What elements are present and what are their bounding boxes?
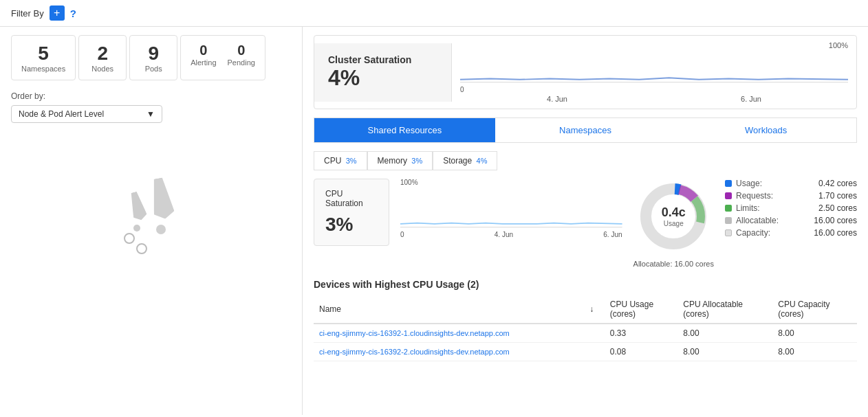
sub-tab-cpu[interactable]: CPU 3% xyxy=(314,151,367,170)
cluster-saturation-chart: 100% 0 4. Jun 6. Jun xyxy=(452,36,856,109)
device-name-2[interactable]: ci-eng-sjimmy-cis-16392-2.cloudinsights-… xyxy=(314,343,584,361)
table-body: ci-eng-sjimmy-cis-16392-1.cloudinsights-… xyxy=(314,324,857,361)
cpu-tab-label: CPU xyxy=(324,156,341,166)
th-name: Name xyxy=(314,295,584,324)
td-cpu-usage-2: 0.08 xyxy=(605,343,678,361)
donut-section: 0.4c Usage Allocatable: 16.00 cores xyxy=(633,179,714,268)
cluster-saturation-label: Cluster Saturation xyxy=(328,54,437,65)
nodes-count: 2 xyxy=(89,43,116,65)
legend-val-allocatable: 16.00 cores xyxy=(802,216,857,225)
th-sort[interactable]: ↓ xyxy=(584,295,605,324)
legend-val-usage: 0.42 cores xyxy=(802,179,857,188)
cpu-chart-dates: 0 4. Jun 6. Jun xyxy=(400,231,622,238)
exclamation-large xyxy=(148,177,175,221)
cpu-chart-area: 100% 0 4. Jun 6. Jun xyxy=(400,179,622,238)
tab-namespaces[interactable]: Namespaces xyxy=(495,118,676,142)
legend-row-requests: Requests: 1.70 cores xyxy=(725,191,857,201)
td-empty-1 xyxy=(584,324,605,343)
table-header-row: Name ↓ CPU Usage(cores) CPU Allocatable(… xyxy=(314,295,857,324)
stat-card-pods: 9 Pods xyxy=(129,35,177,80)
cluster-sat-line-chart xyxy=(460,49,848,84)
sub-tab-bar: CPU 3% Memory 3% Storage 4% xyxy=(314,151,857,170)
td-cpu-cap-2: 8.00 xyxy=(772,343,857,361)
legend-dot-capacity xyxy=(725,229,732,236)
cpu-section: CPUSaturation 3% 100% 0 4. Jun 6. Jun xyxy=(314,179,857,268)
stat-cards: 5 Namespaces 2 Nodes 9 Pods 0 Alerting 0 xyxy=(11,35,291,80)
chart-dates: 4. Jun 6. Jun xyxy=(460,95,848,103)
allocatable-text: Allocatable: 16.00 cores xyxy=(633,260,714,268)
top-bar: Filter By + ? xyxy=(0,0,868,27)
td-empty-2 xyxy=(584,343,605,361)
cpu-saturation-box: CPUSaturation 3% xyxy=(314,179,389,246)
nodes-label: Nodes xyxy=(89,65,116,73)
devices-title: Devices with Highest CPU Usage (2) xyxy=(314,279,857,290)
devices-section: Devices with Highest CPU Usage (2) Name … xyxy=(314,279,857,361)
memory-tab-pct: 3% xyxy=(411,157,422,165)
right-content: Cluster Saturation 4% 100% 0 4. Jun 6. J… xyxy=(303,27,868,415)
legend-key-allocatable: Allocatable: xyxy=(736,216,798,225)
donut-label: 0.4c Usage xyxy=(662,205,686,227)
legend-val-requests: 1.70 cores xyxy=(802,191,857,201)
donut-sub: Usage xyxy=(662,220,686,227)
legend-key-usage: Usage: xyxy=(736,179,798,188)
legend-key-limits: Limits: xyxy=(736,203,798,213)
donut-chart: 0.4c Usage xyxy=(636,179,711,254)
legend-val-limits: 2.50 cores xyxy=(802,203,857,213)
storage-tab-label: Storage xyxy=(443,156,472,166)
cpu-chart-zero: 0 xyxy=(400,231,404,238)
pods-count: 9 xyxy=(140,43,167,65)
td-cpu-cap-1: 8.00 xyxy=(772,324,857,343)
legend-table: Usage: 0.42 cores Requests: 1.70 cores L… xyxy=(725,179,857,240)
tab-shared-resources[interactable]: Shared Resources xyxy=(314,118,495,142)
add-filter-button[interactable]: + xyxy=(50,5,65,21)
legend-row-capacity: Capacity: 16.00 cores xyxy=(725,228,857,238)
chart-top-pct: 100% xyxy=(460,41,848,49)
decorative-icon-area xyxy=(11,178,291,247)
main-layout: 5 Namespaces 2 Nodes 9 Pods 0 Alerting 0 xyxy=(0,27,868,415)
cpu-sat-value: 3% xyxy=(325,214,378,236)
exclamation-dot-large xyxy=(156,225,166,234)
alerting-count: 0 xyxy=(191,43,216,58)
exclamation-small xyxy=(127,190,147,222)
cluster-saturation-card: Cluster Saturation 4% 100% 0 4. Jun 6. J… xyxy=(314,35,857,109)
cpu-sat-label: CPUSaturation xyxy=(325,189,378,208)
namespaces-count: 5 xyxy=(21,43,65,65)
circle-icon-2 xyxy=(136,243,147,254)
tab-workloads[interactable]: Workloads xyxy=(675,118,856,142)
table-row: ci-eng-sjimmy-cis-16392-2.cloudinsights-… xyxy=(314,343,857,361)
stat-card-nodes: 2 Nodes xyxy=(78,35,127,80)
legend-val-capacity: 16.00 cores xyxy=(802,228,857,238)
pending-count: 0 xyxy=(228,43,255,58)
legend-dot-limits xyxy=(725,205,732,212)
th-cpu-capacity: CPU Capacity(cores) xyxy=(772,295,857,324)
cluster-saturation-value: 4% xyxy=(328,65,437,91)
table-row: ci-eng-sjimmy-cis-16392-1.cloudinsights-… xyxy=(314,324,857,343)
legend-key-capacity: Capacity: xyxy=(736,228,798,238)
device-name-1[interactable]: ci-eng-sjimmy-cis-16392-1.cloudinsights-… xyxy=(314,324,584,343)
legend-dot-allocatable xyxy=(725,217,732,224)
cpu-tab-pct: 3% xyxy=(346,157,357,165)
order-by-dropdown[interactable]: Node & Pod Alert Level ▼ xyxy=(11,105,162,123)
stat-card-namespaces: 5 Namespaces xyxy=(11,35,76,80)
cpu-chart-top: 100% xyxy=(400,179,622,186)
td-cpu-usage-1: 0.33 xyxy=(605,324,678,343)
sub-tab-storage[interactable]: Storage 4% xyxy=(433,151,497,170)
order-by-value: Node & Pod Alert Level xyxy=(19,109,104,119)
legend-dot-requests xyxy=(725,192,732,199)
th-cpu-allocatable: CPU Allocatable(cores) xyxy=(677,295,772,324)
sub-tab-memory[interactable]: Memory 3% xyxy=(367,151,433,170)
legend-row-usage: Usage: 0.42 cores xyxy=(725,179,857,188)
help-button[interactable]: ? xyxy=(70,8,76,19)
storage-tab-pct: 4% xyxy=(477,157,488,165)
cluster-saturation-label-box: Cluster Saturation 4% xyxy=(314,43,452,102)
exclamation-group xyxy=(117,178,186,247)
legend-dot-usage xyxy=(725,180,732,187)
legend-row-limits: Limits: 2.50 cores xyxy=(725,203,857,213)
alerting-label: Alerting xyxy=(191,58,216,67)
exclamation-dot-small xyxy=(133,225,140,232)
legend-row-allocatable: Allocatable: 16.00 cores xyxy=(725,216,857,225)
cpu-line-chart xyxy=(400,188,622,229)
namespaces-label: Namespaces xyxy=(21,65,65,73)
td-cpu-alloc-2: 8.00 xyxy=(677,343,772,361)
devices-table: Name ↓ CPU Usage(cores) CPU Allocatable(… xyxy=(314,295,857,361)
